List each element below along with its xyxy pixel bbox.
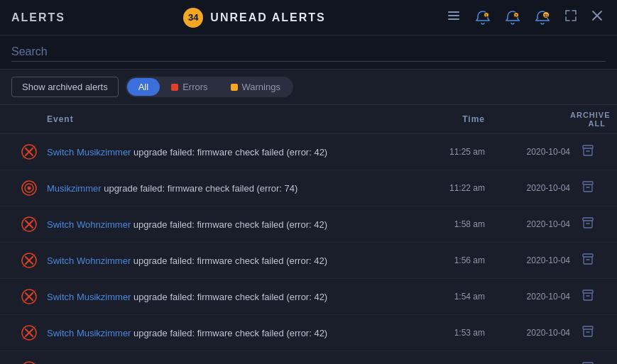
row-action [570, 214, 606, 235]
switch-error-icon [11, 250, 47, 270]
switch-error-icon [11, 359, 47, 364]
row-action [570, 358, 606, 364]
target-error-icon [11, 178, 47, 198]
row-event: Switch Wohnzimmer upgrade failed: firmwa… [47, 219, 407, 230]
list-view-button[interactable] [444, 6, 464, 29]
table-row: Switch Musikzimmer upgrade failed: firmw… [0, 134, 617, 170]
row-time: 11:22 am [407, 183, 485, 193]
header-actions: 1 7 31 [444, 6, 606, 29]
table-row: Switch Musikzimmer upgrade failed: firmw… [0, 351, 617, 364]
row-event: Switch Wohnzimmer upgrade failed: firmwa… [47, 255, 407, 266]
table-body: Switch Musikzimmer upgrade failed: firmw… [0, 134, 617, 364]
row-archive-button[interactable] [579, 141, 597, 162]
alerts-filter-31-button[interactable]: 31 [532, 7, 553, 28]
row-action [570, 177, 606, 199]
alerts-filter-7-button[interactable]: 7 [502, 7, 523, 28]
bell-badge-31-wrap: 31 [532, 7, 553, 28]
row-date: 2020-10-04 [485, 219, 570, 229]
row-time: 11:25 am [407, 147, 485, 157]
row-archive-button[interactable] [579, 358, 597, 364]
header: ALERTS 34 UNREAD ALERTS 1 [0, 0, 617, 35]
time-col-header: Time [407, 114, 485, 124]
row-date: 2020-10-04 [485, 255, 570, 265]
switch-error-icon [11, 142, 47, 162]
row-date: 2020-10-04 [485, 147, 570, 157]
row-archive-button[interactable] [579, 286, 597, 307]
row-action [570, 322, 606, 343]
expand-button[interactable] [562, 6, 580, 28]
row-time: 1:54 am [407, 292, 485, 302]
event-col-header: Event [47, 114, 407, 124]
table-row: Musikzimmer upgrade failed: firmware che… [0, 170, 617, 206]
list-icon [447, 9, 461, 26]
tab-errors-label: Errors [182, 82, 207, 92]
filter-tabs: All Errors Warnings [126, 77, 293, 97]
table-row: Switch Wohnzimmer upgrade failed: firmwa… [0, 243, 617, 279]
alerts-filter-1-button[interactable]: 1 [472, 7, 493, 28]
svg-rect-10 [583, 145, 593, 148]
row-time: 1:56 am [407, 255, 485, 265]
svg-text:7: 7 [515, 13, 518, 18]
row-archive-button[interactable] [579, 177, 597, 199]
svg-rect-18 [583, 254, 593, 257]
row-time: 1:53 am [407, 328, 485, 338]
device-link[interactable]: Switch Musikzimmer [47, 328, 131, 338]
row-archive-button[interactable] [579, 322, 597, 343]
close-icon [591, 10, 603, 25]
device-link[interactable]: Switch Musikzimmer [47, 292, 131, 302]
event-message: upgrade failed: firmware check failed (e… [131, 219, 327, 230]
row-date: 2020-10-04 [485, 292, 570, 302]
device-link[interactable]: Musikzimmer [47, 183, 102, 194]
svg-rect-1 [448, 15, 459, 16]
search-bar [0, 35, 617, 70]
event-message: upgrade failed: firmware check failed (e… [131, 147, 327, 158]
device-link[interactable]: Switch Wohnzimmer [47, 219, 131, 230]
expand-icon [564, 9, 577, 26]
switch-error-icon [11, 323, 47, 343]
event-message: upgrade failed: firmware check failed (e… [131, 292, 327, 302]
tab-errors[interactable]: Errors [160, 78, 219, 96]
svg-rect-16 [583, 218, 593, 221]
show-archived-button[interactable]: Show archived alerts [11, 77, 119, 97]
unread-label: UNREAD ALERTS [210, 11, 325, 24]
filter-row: Show archived alerts All Errors Warnings [0, 70, 617, 105]
svg-rect-20 [583, 290, 593, 293]
row-archive-button[interactable] [579, 214, 597, 235]
event-message: upgrade failed: firmware check failed (e… [102, 183, 298, 194]
device-link[interactable]: Switch Musikzimmer [47, 147, 131, 158]
tab-warnings-label: Warnings [242, 82, 280, 92]
row-archive-button[interactable] [579, 250, 597, 271]
archive-all-button[interactable]: ARCHIVE ALL [570, 111, 606, 128]
switch-error-icon [11, 287, 47, 307]
unread-alerts-center: 34 UNREAD ALERTS [183, 8, 325, 28]
table-header: Event Time ARCHIVE ALL [0, 105, 617, 134]
row-date: 2020-10-04 [485, 328, 570, 338]
row-action [570, 286, 606, 307]
tab-all-label: All [138, 82, 148, 92]
device-link[interactable]: Switch Wohnzimmer [47, 255, 131, 266]
row-event: Switch Musikzimmer upgrade failed: firmw… [47, 328, 407, 338]
row-event: Musikzimmer upgrade failed: firmware che… [47, 183, 407, 194]
table-row: Switch Wohnzimmer upgrade failed: firmwa… [0, 206, 617, 243]
row-date: 2020-10-04 [485, 183, 570, 193]
search-input[interactable] [11, 43, 606, 62]
row-event: Switch Musikzimmer upgrade failed: firmw… [47, 147, 407, 158]
bell-badge-1-wrap: 1 [472, 7, 493, 28]
svg-rect-14 [583, 182, 593, 184]
row-action [570, 141, 606, 162]
table-row: Switch Musikzimmer upgrade failed: firmw… [0, 315, 617, 351]
row-event: Switch Musikzimmer upgrade failed: firmw… [47, 292, 407, 302]
bell-badge-7-wrap: 7 [502, 7, 523, 28]
close-button[interactable] [589, 7, 606, 28]
page-title: ALERTS [11, 11, 65, 24]
svg-text:31: 31 [544, 14, 548, 18]
event-message: upgrade failed: firmware check failed (e… [131, 328, 327, 338]
svg-rect-0 [448, 11, 459, 13]
errors-dot-icon [171, 84, 178, 91]
svg-text:1: 1 [486, 13, 488, 18]
svg-point-13 [28, 187, 31, 190]
tab-all[interactable]: All [127, 78, 160, 96]
tab-warnings[interactable]: Warnings [219, 78, 292, 96]
switch-error-icon [11, 214, 47, 234]
table-row: Switch Musikzimmer upgrade failed: firmw… [0, 279, 617, 315]
